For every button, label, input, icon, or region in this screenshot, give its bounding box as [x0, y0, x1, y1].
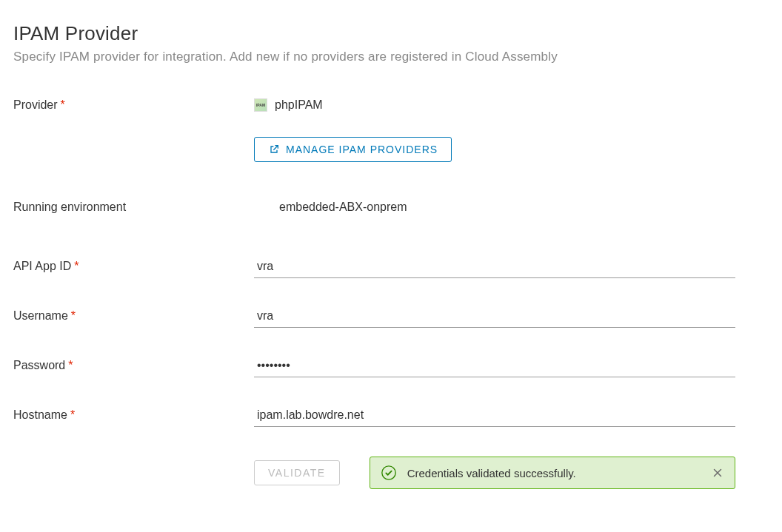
api-app-id-field[interactable]: [254, 255, 735, 278]
label-provider: Provider*: [13, 94, 254, 112]
provider-selected[interactable]: IPAM phpIPAM: [254, 94, 735, 112]
label-api-app-id: API App ID*: [13, 255, 254, 273]
validate-button[interactable]: VALIDATE: [254, 460, 340, 485]
required-indicator: *: [68, 359, 73, 371]
label-password: Password*: [13, 354, 254, 372]
label-username: Username*: [13, 305, 254, 323]
provider-name: phpIPAM: [275, 98, 323, 112]
check-circle-icon: [381, 465, 397, 481]
page-title: IPAM Provider: [13, 22, 769, 45]
running-env-value: embedded-ABX-onprem: [254, 196, 735, 214]
required-indicator: *: [61, 98, 65, 111]
success-alert: Credentials validated successfully.: [370, 457, 735, 489]
label-hostname: Hostname*: [13, 404, 254, 422]
phpipam-icon: IPAM: [254, 98, 267, 112]
alert-message: Credentials validated successfully.: [407, 467, 701, 479]
manage-providers-button[interactable]: MANAGE IPAM PROVIDERS: [254, 137, 452, 162]
required-indicator: *: [74, 260, 78, 272]
page-subtitle: Specify IPAM provider for integration. A…: [13, 50, 769, 64]
hostname-field[interactable]: [254, 404, 735, 427]
required-indicator: *: [71, 309, 76, 322]
required-indicator: *: [70, 408, 75, 421]
label-running-env: Running environment: [13, 196, 254, 214]
svg-point-0: [381, 466, 395, 479]
password-field[interactable]: [254, 354, 735, 377]
import-icon: [268, 144, 280, 155]
close-icon[interactable]: [711, 466, 724, 479]
username-field[interactable]: [254, 305, 735, 328]
